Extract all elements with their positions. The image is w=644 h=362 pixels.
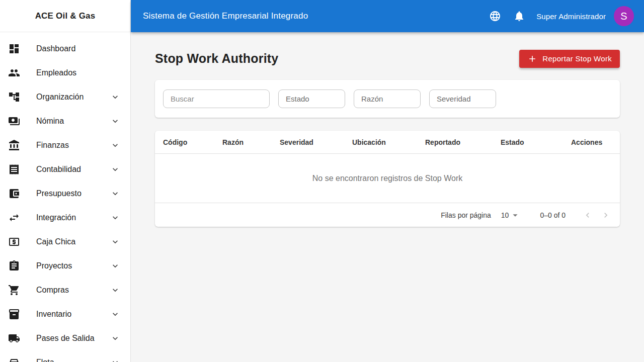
sidebar-item-presupuesto[interactable]: Presupuesto — [0, 182, 130, 206]
caret-down-icon — [404, 93, 416, 105]
cash-box-icon — [8, 236, 20, 248]
clipboard-icon — [8, 260, 20, 272]
sidebar-item-integracion[interactable]: Integración — [0, 206, 130, 230]
filter-select-razon[interactable]: Razón — [354, 89, 421, 108]
shopping-cart-icon — [8, 284, 20, 296]
rows-per-page-select[interactable]: 10 — [501, 210, 521, 221]
sidebar-item-label: Pases de Salida — [36, 334, 95, 343]
caret-down-icon — [510, 210, 521, 221]
chevron-left-icon — [583, 210, 593, 220]
column-header-codigo: Código — [155, 138, 214, 146]
report-stop-work-button[interactable]: Reportar Stop Work — [519, 50, 620, 68]
column-header-ubicacion: Ubicación — [344, 138, 417, 146]
previous-page-button[interactable] — [579, 206, 597, 224]
user-name: Super Administrador — [536, 12, 606, 21]
org-tree-icon — [8, 91, 20, 103]
table-pagination: Filas por página 10 0–0 of 0 — [155, 203, 620, 227]
sidebar-item-label: Caja Chica — [36, 237, 75, 246]
appbar-title: Sistema de Gestión Empresarial Integrado — [143, 11, 308, 21]
sidebar-item-empleados[interactable]: Empleados — [0, 61, 130, 85]
filter-select-estado[interactable]: Estado — [278, 89, 345, 108]
avatar[interactable]: S — [614, 6, 634, 26]
sidebar-item-label: Nómina — [36, 117, 64, 126]
report-stop-work-label: Reportar Stop Work — [542, 54, 612, 63]
appbar: Sistema de Gestión Empresarial Integrado… — [131, 0, 644, 32]
chevron-down-icon — [110, 116, 120, 126]
next-page-button[interactable] — [597, 206, 615, 224]
chevron-down-icon — [110, 285, 120, 295]
chevron-down-icon — [110, 92, 120, 102]
car-icon — [8, 356, 20, 362]
filter-select-severidad[interactable]: Severidad — [429, 89, 496, 108]
stop-work-table: CódigoRazónSeveridadUbicaciónReportadoEs… — [155, 131, 620, 227]
sidebar-item-label: Finanzas — [36, 141, 69, 150]
chevron-down-icon — [110, 333, 120, 343]
sidebar-nav: Dashboard Empleados Organización Nómina … — [0, 32, 130, 362]
sidebar-item-finanzas[interactable]: Finanzas — [0, 133, 130, 157]
sidebar-item-label: Contabilidad — [36, 165, 81, 174]
inventory-icon — [8, 308, 20, 320]
filter-select-label: Severidad — [437, 95, 479, 103]
sidebar-item-inventario[interactable]: Inventario — [0, 302, 130, 326]
page-header: Stop Work Authority Reportar Stop Work — [155, 49, 620, 68]
sidebar-item-proyectos[interactable]: Proyectos — [0, 254, 130, 278]
wallet-icon — [8, 188, 20, 200]
rows-per-page-value: 10 — [501, 211, 509, 219]
sidebar-item-label: Inventario — [36, 310, 71, 319]
pagination-range-label: 0–0 of 0 — [540, 211, 566, 219]
sidebar-item-label: Compras — [36, 286, 69, 295]
filter-select-label: Estado — [286, 95, 329, 103]
sidebar-item-pases-de-salida[interactable]: Pases de Salida — [0, 326, 130, 350]
sidebar-item-caja-chica[interactable]: Caja Chica — [0, 230, 130, 254]
page-title: Stop Work Authority — [155, 51, 278, 66]
sidebar-item-flota[interactable]: Flota — [0, 350, 130, 362]
appbar-actions: Super Administrador S — [485, 6, 634, 26]
chevron-down-icon — [110, 261, 120, 271]
chevron-down-icon — [110, 140, 120, 150]
chevron-down-icon — [110, 357, 120, 362]
sidebar-item-contabilidad[interactable]: Contabilidad — [0, 157, 130, 182]
sidebar-item-label: Organización — [36, 93, 84, 102]
language-button[interactable] — [485, 6, 505, 26]
search-input[interactable] — [163, 89, 270, 108]
sidebar-item-compras[interactable]: Compras — [0, 278, 130, 302]
caret-down-icon — [329, 93, 341, 105]
truck-icon — [8, 332, 20, 344]
filter-select-label: Razón — [361, 95, 404, 103]
caret-down-icon — [479, 93, 492, 105]
table-header-row: CódigoRazónSeveridadUbicaciónReportadoEs… — [155, 131, 620, 154]
chevron-down-icon — [110, 213, 120, 223]
chevron-down-icon — [110, 189, 120, 199]
bank-icon — [8, 139, 20, 151]
sidebar-item-label: Presupuesto — [36, 189, 82, 198]
chevron-down-icon — [110, 164, 120, 174]
payments-icon — [8, 115, 20, 127]
people-icon — [8, 67, 20, 79]
bell-icon — [513, 10, 525, 22]
sidebar-item-label: Proyectos — [36, 261, 72, 270]
receipt-icon — [8, 163, 20, 175]
column-header-estado: Estado — [493, 138, 563, 146]
table-empty-message: No se encontraron registros de Stop Work — [155, 154, 620, 203]
plus-icon — [527, 54, 537, 64]
chevron-down-icon — [110, 237, 120, 247]
main-content: Stop Work Authority Reportar Stop Work E… — [131, 32, 644, 362]
sidebar-item-organizacion[interactable]: Organización — [0, 85, 130, 109]
filter-bar: Estado Razón Severidad — [155, 80, 620, 118]
sidebar-item-label: Flota — [36, 358, 54, 362]
notifications-button[interactable] — [509, 6, 529, 26]
rows-per-page-label: Filas por página — [441, 211, 491, 219]
sidebar: ACE Oil & Gas Dashboard Empleados Organi… — [0, 0, 131, 362]
sidebar-item-label: Empleados — [36, 68, 76, 77]
column-header-severidad: Severidad — [272, 138, 344, 146]
column-header-acciones: Acciones — [563, 138, 620, 146]
swap-horizontal-icon — [8, 212, 20, 224]
sidebar-item-nomina[interactable]: Nómina — [0, 109, 130, 133]
sidebar-item-label: Integración — [36, 213, 76, 222]
column-header-reportado: Reportado — [417, 138, 493, 146]
chevron-down-icon — [110, 309, 120, 319]
app-logo: ACE Oil & Gas — [0, 0, 130, 32]
sidebar-item-dashboard[interactable]: Dashboard — [0, 37, 130, 61]
chevron-right-icon — [601, 210, 611, 220]
sidebar-item-label: Dashboard — [36, 44, 75, 53]
